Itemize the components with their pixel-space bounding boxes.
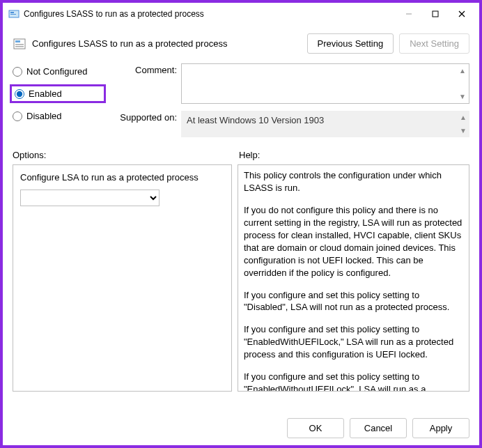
radio-not-configured-input[interactable]: [13, 67, 22, 77]
help-label: Help:: [239, 150, 469, 160]
svg-rect-8: [15, 40, 20, 43]
policy-title: Configures LSASS to run as a protected p…: [32, 38, 307, 49]
dialog-footer: OK Cancel Apply: [287, 418, 469, 438]
options-panel: Configure LSA to run as a protected proc…: [13, 164, 232, 392]
radio-label: Disabled: [26, 111, 62, 121]
scroll-arrows: ▲▼: [459, 67, 466, 100]
policy-header: Configures LSASS to run as a protected p…: [3, 25, 479, 58]
maximize-button[interactable]: [422, 4, 449, 24]
cancel-button[interactable]: Cancel: [350, 418, 407, 438]
radio-label: Not Configured: [26, 66, 87, 77]
apply-button[interactable]: Apply: [412, 418, 469, 438]
svg-rect-10: [15, 46, 24, 47]
supported-on-label: Supported on:: [110, 111, 177, 137]
minimize-button[interactable]: [396, 4, 422, 24]
radio-not-configured[interactable]: Not Configured: [13, 66, 103, 77]
radio-enabled-input[interactable]: [15, 89, 24, 99]
supported-on-value: At least Windows 10 Version 1903 ▲▼: [181, 111, 469, 137]
help-panel: This policy controls the configuration u…: [238, 164, 469, 392]
next-setting-button: Next Setting: [399, 33, 469, 54]
radio-disabled[interactable]: Disabled: [13, 111, 103, 121]
svg-rect-2: [10, 14, 16, 15]
enabled-highlight: Enabled: [10, 84, 106, 103]
svg-rect-1: [10, 12, 14, 13]
radio-disabled-input[interactable]: [13, 111, 22, 121]
option-dropdown-label: Configure LSA to run as a protected proc…: [20, 172, 224, 183]
close-button[interactable]: [449, 4, 475, 24]
state-radio-group: Not Configured Enabled Disabled: [13, 63, 103, 137]
option-dropdown[interactable]: [20, 190, 160, 206]
svg-rect-4: [433, 11, 438, 17]
help-text: This policy controls the configuration u…: [244, 169, 463, 392]
policy-editor-window: Configures LSASS to run as a protected p…: [0, 0, 482, 448]
previous-setting-button[interactable]: Previous Setting: [307, 33, 394, 54]
ok-button[interactable]: OK: [287, 418, 344, 438]
app-icon: [8, 8, 20, 20]
policy-icon: [13, 37, 26, 51]
window-title: Configures LSASS to run as a protected p…: [24, 9, 396, 19]
radio-enabled[interactable]: Enabled: [15, 88, 101, 99]
comment-textarea[interactable]: ▲▼: [181, 63, 469, 104]
svg-rect-9: [15, 44, 24, 45]
options-label: Options:: [13, 150, 232, 160]
titlebar: Configures LSASS to run as a protected p…: [3, 3, 479, 25]
radio-label: Enabled: [29, 88, 62, 99]
scroll-arrows: ▲▼: [460, 114, 467, 134]
comment-label: Comment:: [110, 63, 177, 104]
